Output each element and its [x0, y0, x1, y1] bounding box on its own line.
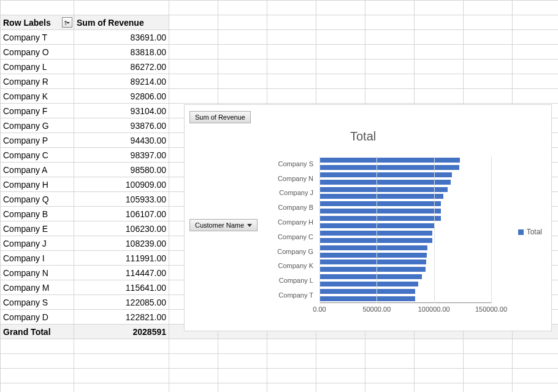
- chart-bar: [319, 194, 443, 199]
- chart-bar: [319, 245, 427, 250]
- pivot-row-label[interactable]: Company T: [1, 30, 74, 45]
- pivot-row-label[interactable]: Company B: [1, 207, 74, 221]
- pivot-row-value[interactable]: 111991.00: [74, 251, 169, 266]
- pivot-row-label[interactable]: Company P: [1, 133, 74, 148]
- chart-y-tick-label: Company H: [258, 215, 316, 229]
- chart-y-tick-label: Company S: [258, 156, 316, 171]
- pivot-row-label[interactable]: Company J: [1, 236, 74, 251]
- pivot-row-value[interactable]: 106107.00: [74, 207, 169, 221]
- pivot-row-label[interactable]: Company L: [1, 60, 74, 74]
- chart-bar: [319, 259, 426, 264]
- pivot-row-label[interactable]: Company I: [1, 251, 74, 266]
- pivot-row-value[interactable]: 122821.00: [74, 310, 169, 325]
- pivot-row-label[interactable]: Company A: [1, 163, 74, 177]
- pivot-row-value[interactable]: 98580.00: [74, 163, 169, 177]
- chart-x-tick-label: 0.00: [313, 306, 326, 313]
- header-label: Sum of Revenue: [77, 18, 144, 28]
- chart-y-axis-labels: Company SCompany NCompany JCompany BComp…: [258, 156, 316, 302]
- chart-legend: Total: [518, 228, 542, 236]
- pivot-row-value[interactable]: 92806.00: [74, 89, 169, 104]
- pivot-row-value[interactable]: 94430.00: [74, 133, 169, 148]
- sort-asc-filter-button[interactable]: [62, 17, 72, 28]
- chart-bar: [319, 165, 459, 170]
- chart-bar: [319, 180, 451, 185]
- pivot-row-label[interactable]: Company S: [1, 295, 74, 310]
- pivot-grand-total-value[interactable]: 2028591: [74, 325, 169, 339]
- pivot-row-value[interactable]: 93104.00: [74, 104, 169, 118]
- pivot-header-sum-revenue[interactable]: Sum of Revenue: [74, 15, 169, 30]
- chart-bar: [319, 201, 441, 206]
- chart-x-tick-label: 50000.00: [362, 306, 391, 313]
- pivot-row-value[interactable]: 108239.00: [74, 236, 169, 251]
- chart-button-label: Sum of Revenue: [195, 113, 245, 121]
- pivot-header-row-labels[interactable]: Row Labels: [1, 15, 74, 30]
- chart-button-label: Customer Name: [195, 221, 244, 229]
- chart-bar: [319, 231, 432, 236]
- pivot-row-value[interactable]: 122085.00: [74, 295, 169, 310]
- pivot-row-label[interactable]: Company R: [1, 74, 74, 89]
- chart-bar: [319, 296, 415, 301]
- pivot-row-label[interactable]: Company F: [1, 104, 74, 118]
- pivot-row-label[interactable]: Company D: [1, 310, 74, 325]
- pivot-row-label[interactable]: Company H: [1, 177, 74, 192]
- pivot-row-value[interactable]: 106230.00: [74, 221, 169, 236]
- chart-field-button-customer-name[interactable]: Customer Name: [189, 219, 258, 231]
- pivot-row-value[interactable]: 86272.00: [74, 60, 169, 74]
- chart-y-tick-label: Company B: [258, 200, 316, 215]
- pivot-row-value[interactable]: 83818.00: [74, 45, 169, 60]
- chart-x-axis: 0.0050000.00100000.00150000.00: [319, 302, 491, 315]
- pivot-row-label[interactable]: Company O: [1, 45, 74, 60]
- pivot-row-value[interactable]: 89214.00: [74, 74, 169, 89]
- pivot-row-value[interactable]: 105933.00: [74, 192, 169, 207]
- chart-bar: [319, 274, 422, 279]
- pivot-row-value[interactable]: 114447.00: [74, 266, 169, 280]
- chart-bar: [319, 282, 418, 286]
- chart-bar: [319, 238, 432, 243]
- chart-title: Total: [350, 129, 376, 144]
- legend-label: Total: [527, 228, 542, 236]
- pivot-row-value[interactable]: 100909.00: [74, 177, 169, 192]
- chart-x-tick-label: 150000.00: [475, 306, 507, 313]
- header-label: Row Labels: [3, 18, 51, 28]
- chart-y-tick-label: Company L: [258, 273, 316, 288]
- dropdown-arrow-icon: [247, 224, 252, 227]
- pivot-row-label[interactable]: Company E: [1, 221, 74, 236]
- chart-bar: [319, 253, 427, 258]
- pivot-row-value[interactable]: 115641.00: [74, 280, 169, 295]
- chart-bar: [319, 187, 448, 192]
- pivot-row-label[interactable]: Company C: [1, 148, 74, 163]
- chart-bar: [319, 158, 460, 163]
- chart-bar: [319, 267, 426, 272]
- pivot-row-label[interactable]: Company Q: [1, 192, 74, 207]
- pivot-row-label[interactable]: Company K: [1, 89, 74, 104]
- chart-y-tick-label: Company J: [258, 186, 316, 201]
- chart-plot-area: [319, 156, 491, 302]
- pivot-row-label[interactable]: Company N: [1, 266, 74, 280]
- chart-y-tick-label: Company T: [258, 288, 316, 302]
- pivot-row-label[interactable]: Company G: [1, 118, 74, 133]
- pivot-row-value[interactable]: 93876.00: [74, 118, 169, 133]
- chart-x-tick-label: 100000.00: [418, 306, 450, 313]
- chart-y-tick-label: Company C: [258, 229, 316, 244]
- chart-field-button-sum-revenue[interactable]: Sum of Revenue: [189, 111, 251, 123]
- chart-bar: [319, 289, 415, 294]
- pivot-chart[interactable]: Sum of Revenue Customer Name Total Compa…: [184, 104, 552, 331]
- chart-bar: [319, 209, 441, 213]
- chart-bar: [319, 216, 441, 221]
- pivot-row-value[interactable]: 83691.00: [74, 30, 169, 45]
- pivot-grand-total-label[interactable]: Grand Total: [1, 325, 74, 339]
- chart-y-tick-label: Company K: [258, 259, 316, 274]
- pivot-row-value[interactable]: 98397.00: [74, 148, 169, 163]
- chart-y-tick-label: Company G: [258, 244, 316, 259]
- pivot-row-label[interactable]: Company M: [1, 280, 74, 295]
- legend-swatch: [518, 229, 524, 235]
- chart-bar: [319, 172, 452, 177]
- chart-y-tick-label: Company N: [258, 171, 316, 186]
